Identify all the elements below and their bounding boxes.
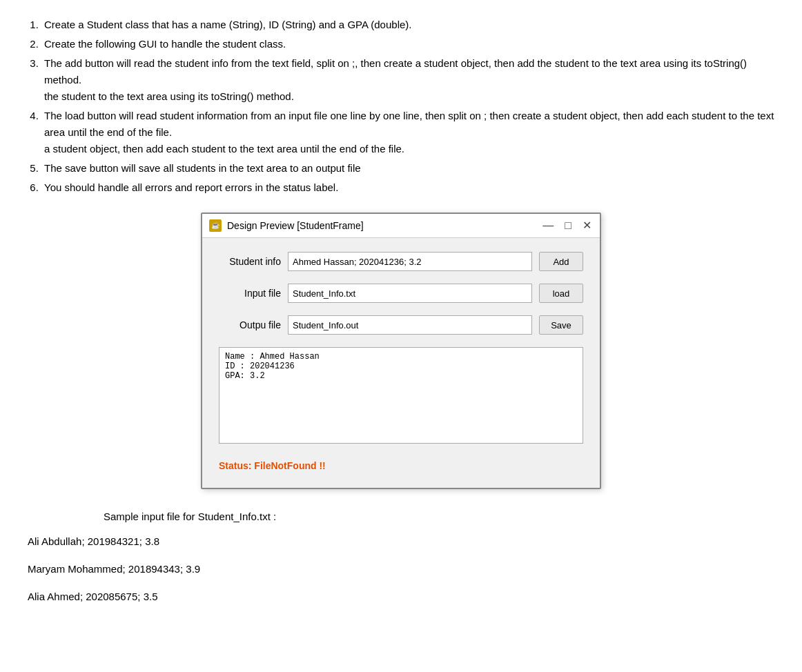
instruction-1: Create a Student class that has a name (… [41, 17, 774, 33]
sample-item-3: Alia Ahmed; 202085675; 3.5 [28, 589, 774, 605]
window-body: Student info Add Input file load Outpu f… [202, 238, 600, 487]
instruction-5: The save button will save all students i… [41, 160, 774, 177]
save-button[interactable]: Save [539, 315, 583, 335]
window-frame: ☕ Design Preview [StudentFrame] — □ ✕ St… [201, 213, 601, 489]
instruction-3: The add button will read the student inf… [41, 55, 774, 105]
window-icon: ☕ [209, 219, 222, 232]
sample-item-1: Ali Abdullah; 201984321; 3.8 [28, 533, 774, 550]
textarea-container [219, 347, 583, 448]
input-file-label: Input file [219, 286, 281, 301]
title-bar-controls: — □ ✕ [541, 220, 593, 231]
sample-section: Sample input file for Student_Info.txt :… [28, 508, 774, 605]
status-label: Status: FileNotFound !! [219, 458, 583, 473]
minimize-button[interactable]: — [541, 220, 555, 231]
add-button[interactable]: Add [539, 252, 583, 271]
load-button[interactable]: load [539, 284, 583, 303]
input-file-row: Input file load [219, 284, 583, 303]
output-file-label: Outpu file [219, 317, 281, 333]
output-file-row: Outpu file Save [219, 315, 583, 335]
maximize-button[interactable]: □ [563, 220, 573, 231]
gui-container: ☕ Design Preview [StudentFrame] — □ ✕ St… [28, 213, 774, 489]
sample-title: Sample input file for Student_Info.txt : [104, 508, 774, 525]
instruction-4: The load button will read student inform… [41, 108, 774, 157]
student-info-input[interactable] [288, 252, 532, 271]
output-file-input[interactable] [288, 315, 532, 335]
close-button[interactable]: ✕ [581, 220, 593, 231]
instruction-6: You should handle all errors and report … [41, 179, 774, 196]
input-file-input[interactable] [288, 284, 532, 303]
student-textarea[interactable] [219, 347, 583, 444]
student-info-row: Student info Add [219, 252, 583, 271]
title-bar: ☕ Design Preview [StudentFrame] — □ ✕ [202, 214, 600, 238]
instruction-2: Create the following GUI to handle the s… [41, 36, 774, 52]
student-info-label: Student info [219, 254, 281, 269]
window-title: Design Preview [StudentFrame] [227, 218, 536, 233]
sample-item-2: Maryam Mohammed; 201894343; 3.9 [28, 561, 774, 577]
